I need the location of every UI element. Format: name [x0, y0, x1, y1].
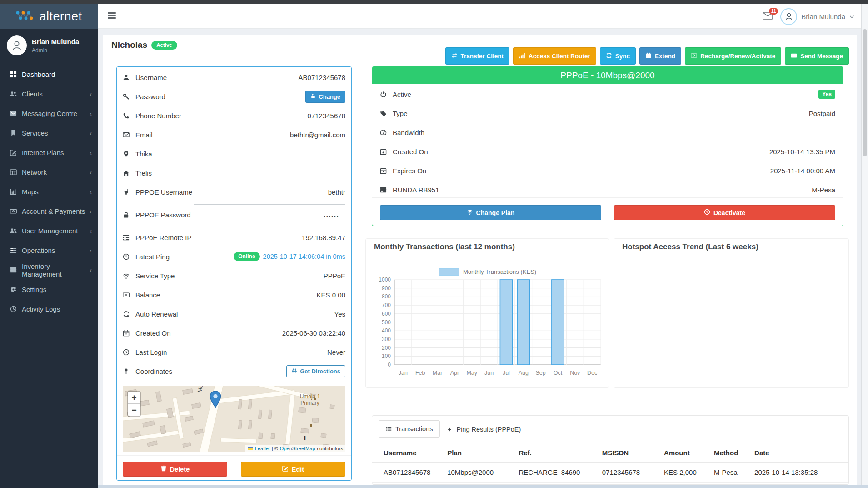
lock-icon — [123, 211, 132, 218]
sidebar-item-activity-logs[interactable]: Activity Logs — [0, 299, 98, 319]
page: alternet 11 Brian Mulunda Brian Mulunda — [0, 0, 868, 488]
table-row[interactable]: AB071234567810Mbps@2000RECHARGE_84690071… — [372, 463, 848, 483]
access-client-router-button[interactable]: Access Client Router — [513, 47, 596, 65]
sidebar-item-maps[interactable]: Maps‹ — [0, 182, 98, 201]
recharge-renew-activate-button[interactable]: Recharge/Renew/Activate — [685, 47, 781, 65]
vertical-scrollbar-thumb[interactable] — [863, 29, 867, 156]
calendar-times-icon — [380, 167, 389, 174]
deactivate-button[interactable]: Deactivate — [614, 205, 835, 220]
plan-label: Expires On — [393, 167, 426, 175]
delete-button[interactable]: Delete — [123, 462, 227, 477]
navbar-right: 11 Brian Mulunda — [763, 4, 854, 29]
map-road — [220, 438, 256, 443]
sync-button[interactable]: Sync — [600, 47, 636, 65]
map-building — [191, 402, 201, 409]
map-zoom-in-button[interactable]: + — [128, 392, 140, 404]
envelope-solid-icon — [791, 52, 797, 60]
sidebar-item-settings[interactable]: Settings — [0, 280, 98, 299]
svg-text:100: 100 — [382, 353, 391, 359]
hotspot-trend-card: Hotspot Access Trend (Last 6 weeks) — [614, 238, 849, 388]
sidebar-item-dashboard[interactable]: Dashboard — [0, 65, 98, 84]
gauge-icon — [380, 129, 389, 136]
column-header-msisdn: MSISDN — [599, 443, 660, 463]
user-menu[interactable]: Brian Mulunda — [780, 8, 854, 25]
table-cell: 2025-10-14 13:35:28 — [751, 463, 848, 483]
svg-text:Dec: Dec — [587, 370, 597, 376]
pppoe-password-input[interactable]: ...... — [194, 204, 345, 225]
messages-button[interactable]: 11 — [763, 12, 773, 21]
sidebar-item-label: Clients — [22, 90, 90, 98]
plan-label: Bandwidth — [393, 129, 424, 136]
change-plan-button[interactable]: Change Plan — [380, 205, 601, 220]
hotspot-trend-title: Hotspot Access Trend (Last 6 weeks) — [614, 239, 848, 255]
edit-button[interactable]: Edit — [241, 462, 345, 477]
tab-ping-results-pppoe[interactable]: Ping Results (PPPoE) — [440, 421, 528, 438]
sidebar-item-inventory-management[interactable]: Inventory Management‹ — [0, 260, 98, 280]
sidebar-user-panel: Brian Mulunda Admin — [0, 29, 98, 61]
map-marker-icon[interactable] — [210, 391, 221, 410]
detail-value: AB0712345678 — [299, 74, 345, 81]
sidebar-item-clients[interactable]: Clients‹ — [0, 84, 98, 104]
detail-row-created-on: Created On2025-06-30 03:22:40 — [123, 323, 345, 342]
chevron-down-icon — [849, 12, 854, 20]
table-icon — [10, 169, 22, 176]
sidebar-avatar — [7, 35, 27, 55]
tab-transactions[interactable]: Transactions — [379, 420, 440, 438]
map-building — [312, 418, 319, 423]
detail-label: Service Type — [135, 272, 175, 280]
vertical-scrollbar[interactable] — [861, 4, 868, 485]
sidebar-item-network[interactable]: Network‹ — [0, 162, 98, 182]
client-location-map[interactable]: + − Moi Drive Umoja 1 Primary + Leaflet … — [123, 386, 345, 452]
map-building — [155, 391, 162, 402]
column-header-plan: Plan — [444, 443, 515, 463]
map-zoom-out-button[interactable]: − — [128, 404, 140, 416]
detail-value: Yes — [334, 310, 345, 318]
detail-label: Balance — [135, 291, 160, 299]
action-button-label: Access Client Router — [529, 53, 590, 60]
sidebar-item-messaging-centre[interactable]: Messaging Centre‹ — [0, 104, 98, 123]
extend-button[interactable]: Extend — [639, 47, 681, 65]
column-header-amount: Amount — [660, 443, 710, 463]
detail-row-thika: Thika — [123, 144, 345, 163]
plan-title: PPPoE - 10Mbps@2000 — [372, 67, 843, 84]
openstreetmap-link[interactable]: OpenStreetMap — [280, 446, 315, 451]
sidebar-toggle-button[interactable] — [108, 12, 116, 20]
detail-row-coordinates: CoordinatesGet Directions — [123, 362, 345, 381]
map-building — [185, 416, 193, 422]
brand-logo[interactable]: alternet — [0, 4, 98, 29]
plan-card: PPPoE - 10Mbps@2000 ActiveYesTypePostpai… — [372, 66, 843, 226]
calendar-plus-icon — [380, 148, 389, 155]
svg-text:Oct: Oct — [554, 370, 563, 376]
sidebar-item-services[interactable]: Services‹ — [0, 123, 98, 143]
svg-text:Nov: Nov — [570, 370, 580, 376]
change-button[interactable]: Change — [305, 91, 345, 103]
plan-label: Created On — [393, 148, 428, 156]
clock-icon — [10, 306, 22, 312]
messages-count-badge: 11 — [769, 8, 778, 15]
table-cell: KES 2,000 — [660, 463, 710, 483]
detail-value: Never — [327, 348, 345, 356]
send-message-button[interactable]: Send Message — [785, 47, 849, 65]
detail-row-service-type: Service TypePPPoE — [123, 266, 345, 285]
envelope-solid-icon — [10, 110, 22, 117]
map-building — [183, 388, 193, 395]
leaflet-link[interactable]: Leaflet — [255, 446, 270, 451]
chevron-left-icon: ‹ — [90, 266, 92, 274]
users-icon — [10, 227, 22, 234]
sidebar-item-label: Settings — [22, 286, 92, 293]
sidebar-item-user-management[interactable]: User Management‹ — [0, 221, 98, 241]
ukraine-flag-icon — [248, 447, 253, 450]
sync-icon — [606, 52, 612, 60]
sidebar-item-account-payments[interactable]: Account & Payments‹ — [0, 201, 98, 221]
horizontal-scrollbar[interactable] — [98, 485, 868, 488]
get-directions-button[interactable]: Get Directions — [286, 365, 345, 377]
sidebar-item-operations[interactable]: Operations‹ — [0, 241, 98, 260]
transfer-client-button[interactable]: Transfer Client — [445, 47, 510, 65]
map-building — [194, 428, 204, 435]
detail-value: 0712345678 — [308, 112, 345, 120]
map-building — [258, 432, 263, 439]
sidebar-item-internet-plans[interactable]: Internet Plans‹ — [0, 143, 98, 162]
latest-ping-link[interactable]: 2025-10-17 14:06:04 in 0ms — [263, 253, 345, 260]
detail-label: Created On — [135, 329, 171, 337]
detail-label: PPPOE Username — [135, 188, 192, 196]
